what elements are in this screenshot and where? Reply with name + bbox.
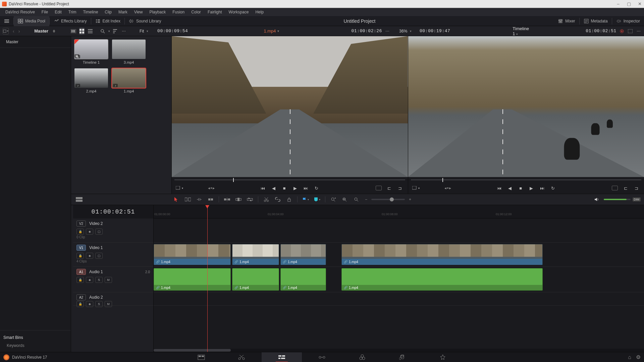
breadcrumb[interactable]: Master [34, 28, 48, 34]
goto-first-button[interactable]: ⏮ [259, 184, 267, 192]
source-mode-dropdown[interactable]: ▾ [175, 184, 184, 192]
sort-button[interactable] [113, 27, 118, 35]
timeline-zoom-dropdown[interactable]: 36% [399, 29, 407, 34]
stop-button[interactable]: ■ [516, 184, 525, 192]
menu-davinci[interactable]: DaVinci Resolve [2, 8, 38, 16]
zoom-full-button[interactable] [329, 195, 338, 203]
strip-view-button[interactable] [71, 27, 76, 35]
trim-tool[interactable] [183, 195, 193, 203]
play-button[interactable]: ▶ [527, 184, 536, 192]
video-clip[interactable]: 🔗1.mp4 [341, 244, 543, 265]
menu-color[interactable]: Color [188, 8, 204, 16]
mute-button[interactable] [592, 195, 602, 203]
track-lane-a2[interactable] [154, 292, 644, 306]
nav-back-button[interactable]: ‹ [11, 28, 16, 34]
auto-select-button[interactable]: ◈ [86, 253, 93, 259]
loop-button[interactable]: ↻ [312, 184, 321, 192]
volume-slider[interactable] [604, 199, 631, 200]
effects-library-button[interactable]: Effects Library [50, 16, 91, 26]
track-header-v2[interactable]: V2Video 2 🔒◈▢ 0 Clip [73, 219, 153, 243]
media-pool-button[interactable]: Media Pool [14, 16, 49, 26]
sound-library-button[interactable]: Sound Library [125, 16, 165, 26]
menu-help[interactable]: Help [252, 8, 267, 16]
blade-tool[interactable] [206, 195, 215, 203]
video-clip[interactable]: 🔗1.mp4 [154, 244, 231, 265]
source-canvas[interactable] [172, 36, 408, 177]
timeline-view-button[interactable] [0, 16, 13, 26]
source-jog[interactable]: ◂▸ [208, 186, 215, 190]
source-clip-name[interactable]: 1.mp4▾ [264, 28, 279, 34]
menu-edit[interactable]: Edit [51, 8, 65, 16]
menu-workspace[interactable]: Workspace [225, 8, 252, 16]
search-dropdown[interactable]: ▾ [108, 29, 110, 33]
timeline-tracks-area[interactable]: 01:00:00:00 01:00:04:00 01:00:08:00 01:0… [154, 205, 644, 352]
edit-page-tab[interactable] [262, 352, 302, 362]
track-lane-a1[interactable]: 🔗1.mp4 🔗1.mp4 🔗1.mp4 🔗1.mp4 [154, 267, 644, 292]
solo-button[interactable]: S [95, 301, 103, 307]
detail-zoom-button[interactable] [340, 195, 350, 203]
track-disable-button[interactable]: ▢ [95, 253, 103, 259]
track-disable-button[interactable]: ▢ [95, 229, 103, 235]
loop-button[interactable]: ↻ [548, 184, 557, 192]
menu-view[interactable]: View [131, 8, 146, 16]
match-frame-button[interactable] [374, 184, 383, 192]
smart-bins-heading[interactable]: Smart Bins [3, 333, 67, 342]
menu-mark[interactable]: Mark [115, 8, 131, 16]
step-back-button[interactable]: ◀ [269, 184, 278, 192]
menu-trim[interactable]: Trim [65, 8, 80, 16]
track-lock-button[interactable]: 🔒 [76, 229, 84, 235]
link-button[interactable] [273, 195, 282, 203]
zoom-slider[interactable] [371, 199, 405, 200]
auto-select-button[interactable]: ◈ [86, 301, 93, 307]
timeline-ruler[interactable]: 01:00:00:00 01:00:04:00 01:00:08:00 01:0… [154, 205, 644, 219]
fairlight-page-tab[interactable] [382, 352, 423, 362]
auto-select-button[interactable]: ◈ [86, 229, 93, 235]
menu-playback[interactable]: Playback [146, 8, 169, 16]
track-label-v1[interactable]: V1 [76, 245, 86, 251]
project-settings-button[interactable]: ⚙ [636, 354, 641, 360]
fusion-page-tab[interactable] [302, 352, 342, 362]
inspector-button[interactable]: Inspector [612, 16, 644, 26]
deliver-page-tab[interactable] [423, 352, 463, 362]
timeline-mode-dropdown[interactable]: ▾ [412, 184, 420, 192]
thumb-2mp4[interactable]: ♪ 2.mp4 [74, 68, 108, 93]
search-button[interactable] [100, 27, 106, 35]
zoom-out-button[interactable]: − [363, 197, 369, 202]
goto-first-button[interactable]: ⏮ [495, 184, 503, 192]
flag-dropdown[interactable]: ▾ [301, 195, 310, 203]
mark-in-button[interactable]: ⊏ [385, 184, 394, 192]
track-label-a2[interactable]: A2 [76, 294, 86, 300]
solo-button[interactable]: S [95, 277, 103, 283]
track-header-a1[interactable]: A1Audio 12.0 🔒◈SM [73, 267, 153, 292]
options-button[interactable]: ⋯ [121, 27, 126, 35]
mark-in-button[interactable]: ⊏ [621, 184, 630, 192]
step-back-button[interactable]: ◀ [505, 184, 514, 192]
custom-zoom-button[interactable] [352, 195, 361, 203]
keywords-bin[interactable]: Keywords [3, 342, 67, 349]
track-label-a1[interactable]: A1 [76, 269, 86, 275]
edit-index-button[interactable]: Edit Index [91, 16, 124, 26]
source-fit-dropdown[interactable]: Fit [140, 29, 144, 34]
timeline-options-button[interactable]: ⋯ [636, 27, 641, 35]
replace-clip-button[interactable] [245, 195, 255, 203]
track-lock-button[interactable]: 🔒 [76, 253, 84, 259]
auto-select-button[interactable]: ◈ [86, 277, 93, 283]
color-page-tab[interactable] [342, 352, 382, 362]
track-lock-button[interactable]: 🔒 [76, 277, 84, 283]
menu-fusion[interactable]: Fusion [169, 8, 188, 16]
timeline-name-dropdown[interactable]: Timeline 1 ▾ [513, 26, 530, 36]
thumb-timeline1[interactable]: ▦▦ Timeline 1 [74, 40, 108, 64]
track-label-v2[interactable]: V2 [76, 221, 86, 227]
menu-fairlight[interactable]: Fairlight [204, 8, 225, 16]
audio-clip[interactable]: 🔗1.mp4 [280, 268, 326, 291]
play-button[interactable]: ▶ [291, 184, 300, 192]
source-scrubber[interactable] [172, 177, 408, 182]
nav-forward-button[interactable]: › [17, 28, 21, 34]
match-frame-button[interactable] [610, 184, 619, 192]
timeline-scrollbar[interactable] [154, 349, 644, 352]
dim-button[interactable]: DIM [633, 197, 641, 201]
home-button[interactable]: ⌂ [628, 354, 631, 360]
minimize-button[interactable]: – [616, 2, 621, 6]
mute-button[interactable]: M [105, 277, 112, 283]
track-lane-v2[interactable] [154, 219, 644, 243]
